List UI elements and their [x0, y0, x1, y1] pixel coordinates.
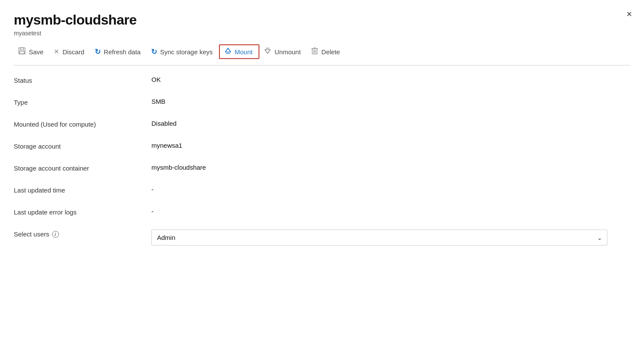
detail-panel: × mysmb-cloudshare myasetest Save ✕ Disc… — [0, 0, 644, 348]
save-label: Save — [29, 48, 43, 56]
last-updated-value: - — [151, 186, 630, 193]
save-icon — [18, 47, 26, 56]
select-users-field: Admin ⌄ — [151, 230, 630, 245]
discard-button[interactable]: ✕ Discard — [49, 45, 90, 58]
svg-marker-3 — [225, 48, 231, 52]
refresh-label: Refresh data — [104, 48, 141, 56]
svg-marker-5 — [265, 50, 271, 53]
discard-icon: ✕ — [54, 48, 59, 56]
sync-button[interactable]: ↻ Sync storage keys — [147, 45, 219, 59]
delete-button[interactable]: Delete — [307, 44, 346, 59]
last-updated-label: Last updated time — [14, 186, 151, 194]
mount-icon — [224, 47, 232, 56]
fields-grid: Status OK Type SMB Mounted (Used for com… — [14, 76, 630, 245]
mounted-label: Mounted (Used for compute) — [14, 120, 151, 128]
type-label: Type — [14, 98, 151, 106]
delete-icon — [311, 47, 318, 56]
last-error-value: - — [151, 208, 630, 215]
panel-title: mysmb-cloudshare — [14, 12, 630, 28]
mount-button[interactable]: Mount — [219, 44, 260, 59]
close-button[interactable]: × — [626, 9, 632, 19]
storage-account-value: mynewsa1 — [151, 142, 630, 149]
toolbar: Save ✕ Discard ↻ Refresh data ↻ Sync sto… — [14, 44, 630, 65]
sync-icon: ↻ — [151, 47, 157, 56]
sync-label: Sync storage keys — [160, 48, 213, 56]
delete-label: Delete — [321, 48, 340, 56]
storage-container-value: mysmb-cloudshare — [151, 164, 630, 171]
mounted-value: Disabled — [151, 120, 630, 127]
panel-subtitle: myasetest — [14, 30, 630, 37]
last-error-label: Last update error logs — [14, 208, 151, 216]
select-users-info-icon[interactable]: i — [52, 231, 59, 238]
refresh-icon: ↻ — [95, 47, 101, 56]
storage-account-label: Storage account — [14, 142, 151, 150]
unmount-icon — [264, 47, 271, 56]
select-users-label: Select users i — [14, 230, 151, 238]
save-button[interactable]: Save — [14, 44, 49, 59]
select-users-dropdown[interactable]: Admin — [151, 230, 607, 245]
unmount-label: Unmount — [274, 48, 301, 56]
status-label: Status — [14, 76, 151, 84]
mount-label: Mount — [235, 48, 253, 56]
status-value: OK — [151, 76, 630, 83]
refresh-button[interactable]: ↻ Refresh data — [90, 45, 147, 59]
select-users-wrapper: Admin ⌄ — [151, 230, 607, 245]
unmount-button[interactable]: Unmount — [259, 44, 307, 59]
select-users-text: Select users — [14, 230, 49, 238]
storage-container-label: Storage account container — [14, 164, 151, 172]
svg-rect-2 — [20, 51, 25, 54]
discard-label: Discard — [62, 48, 84, 56]
type-value: SMB — [151, 98, 630, 105]
svg-rect-1 — [20, 48, 23, 50]
